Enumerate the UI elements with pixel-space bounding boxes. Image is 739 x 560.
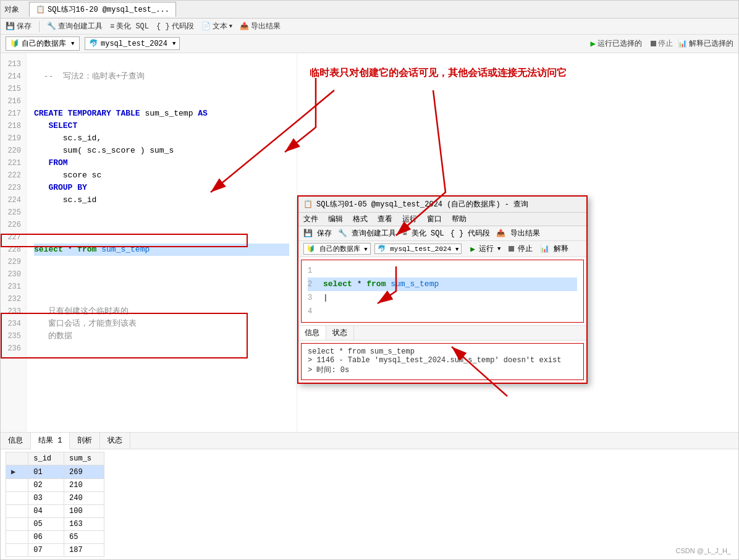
text-button[interactable]: 📄 文本 ▼ <box>201 21 232 32</box>
arrow-top <box>297 72 347 146</box>
table-row[interactable]: 02 210 <box>6 479 104 492</box>
popup-export-button[interactable]: 📤 导出结果 <box>496 228 539 239</box>
popup-save-button[interactable]: 💾 保存 <box>303 228 332 239</box>
query-builder-button[interactable]: 🔧 查询创建工具 <box>47 21 103 32</box>
db-icon: 🔰 <box>10 39 19 48</box>
result-table: s_id sum_s ▶ 01 269 02 210 <box>6 452 104 557</box>
col-sum-s: sum_s <box>64 452 104 465</box>
cell-s-id-4: 04 <box>28 505 64 518</box>
col-s-id: s_id <box>28 452 64 465</box>
col-marker <box>6 452 28 465</box>
play-icon: ▶ <box>591 38 596 49</box>
export-button[interactable]: 📤 导出结果 <box>240 21 281 32</box>
menu-format[interactable]: 格式 <box>353 214 368 224</box>
main-toolbar: 💾 保存 🔧 查询创建工具 ≡ 美化 SQL { } 代码段 📄 文本 ▼ 📤 … <box>1 19 738 35</box>
menu-file[interactable]: 文件 <box>303 214 318 224</box>
menu-run[interactable]: 运行 <box>402 214 417 224</box>
run-selected-button[interactable]: ▶ 运行已选择的 <box>587 37 646 50</box>
table-row[interactable]: 06 65 <box>6 531 104 544</box>
top-annotation: 临时表只对创建它的会话可见，其他会话或连接无法访问它 <box>310 67 567 80</box>
row-marker-7 <box>6 544 28 557</box>
table-row[interactable]: 05 163 <box>6 518 104 531</box>
menu-window[interactable]: 窗口 <box>427 214 442 224</box>
code-line-218: SELECT <box>34 120 289 132</box>
beautify-button[interactable]: ≡ 美化 SQL <box>110 21 149 32</box>
popup-run-dropdown-icon[interactable]: ▼ <box>497 246 500 252</box>
table-row[interactable]: 04 100 <box>6 505 104 518</box>
main-window: 对象 📋 SQL练习16-20 @mysql_test_... 💾 保存 🔧 查… <box>0 0 739 560</box>
table-row[interactable]: ▶ 01 269 <box>6 465 104 479</box>
cell-sum-s-1: 269 <box>64 465 104 479</box>
code-line-232 <box>34 293 289 305</box>
bottom-panel: 信息 结果 1 剖析 状态 s_id sum_s ▶ 01 26 <box>1 432 738 559</box>
tab-status[interactable]: 状态 <box>100 433 130 449</box>
my-db-selector[interactable]: 🔰 自己的数据库 ▼ <box>6 36 80 51</box>
cell-sum-s-4: 100 <box>64 505 104 518</box>
table-row[interactable]: 03 240 <box>6 492 104 505</box>
popup-line-1: 1 <box>308 264 577 278</box>
cell-sum-s-6: 65 <box>64 531 104 544</box>
popup-tab-info[interactable]: 信息 <box>298 326 326 340</box>
tab-info[interactable]: 信息 <box>1 433 31 449</box>
popup-toolbar: 💾 保存 🔧 查询创建工具 ≡ 美化 SQL { } 代码段 📤 导出结果 <box>298 226 586 241</box>
code-line-228: select * from sum_s_temp <box>34 244 289 256</box>
popup-explain-button[interactable]: 📊 解释 <box>540 244 568 254</box>
popup-bottom-tabs: 信息 状态 <box>298 325 586 341</box>
code-snippet-icon: { } <box>156 22 170 31</box>
popup-mysql-icon2: 🐬 <box>378 245 386 253</box>
code-line-236 <box>34 342 289 355</box>
code-line-220: sum( sc.s_score ) sum_s <box>34 145 289 157</box>
popup-db-dropdown-icon: ▼ <box>364 247 367 253</box>
tab-result1[interactable]: 结果 1 <box>31 433 70 449</box>
cell-s-id-3: 03 <box>28 492 64 505</box>
popup-my-db-selector[interactable]: 🔰 自己的数据库 ▼ <box>303 243 371 255</box>
menu-view[interactable]: 查看 <box>378 214 392 224</box>
cell-s-id-5: 05 <box>28 518 64 531</box>
popup-tab-status[interactable]: 状态 <box>326 326 354 340</box>
query-builder-icon: 🔧 <box>47 22 56 31</box>
popup-result: select * from sum_s_temp > 1146 - Table … <box>301 343 584 380</box>
code-line-234: 窗口会话，才能查到该表 <box>34 318 289 330</box>
stop-button[interactable]: 停止 <box>651 38 673 49</box>
menu-edit[interactable]: 编辑 <box>328 214 343 224</box>
watermark: CSDN @_L_J_H_ <box>676 547 731 554</box>
popup-stop-icon <box>509 246 514 252</box>
popup-mysql-selector[interactable]: 🐬 mysql_test_2024 ▼ <box>374 244 462 254</box>
popup-beautify-button[interactable]: ≡ 美化 SQL <box>402 228 444 239</box>
row-marker-1: ▶ <box>6 465 28 479</box>
popup-line-3: 3 | <box>308 291 577 305</box>
tab-label: SQL练习16-20 @mysql_test_... <box>48 4 169 15</box>
popup-editor[interactable]: 1 2 select * from sum_s_temp 3 | 4 <box>301 260 584 323</box>
tab-profiling[interactable]: 剖析 <box>70 433 100 449</box>
code-line-215 <box>34 83 289 95</box>
cell-sum-s-2: 210 <box>64 479 104 492</box>
code-line-230 <box>34 268 289 281</box>
title-bar: 对象 📋 SQL练习16-20 @mysql_test_... <box>1 1 738 19</box>
main-tab[interactable]: 📋 SQL练习16-20 @mysql_test_... <box>29 2 176 17</box>
mysql-db-selector[interactable]: 🐬 mysql_test_2024 ▼ <box>85 37 180 50</box>
cell-sum-s-5: 163 <box>64 518 104 531</box>
code-content[interactable]: -- 写法2：临时表+子查询 CREATE TEMPORARY TABLE su… <box>27 53 297 432</box>
code-snippet-button[interactable]: { } 代码段 <box>156 21 194 32</box>
content-area: 213 214 215 216 217 218 219 220 221 222 … <box>1 53 738 432</box>
mysql-dropdown-icon: ▼ <box>172 41 175 47</box>
code-line-225 <box>34 206 289 219</box>
popup-title: SQL练习01-05 @mysql_test_2024 (自己的数据库) - 查… <box>316 199 528 210</box>
table-row[interactable]: 07 187 <box>6 544 104 557</box>
line-numbers: 213 214 215 216 217 218 219 220 221 222 … <box>1 53 27 432</box>
popup-stop-button[interactable]: 停止 <box>518 244 533 254</box>
popup-query-builder-button[interactable]: 🔧 查询创建工具 <box>338 228 396 239</box>
row-marker-6 <box>6 531 28 544</box>
save-icon: 💾 <box>6 22 15 31</box>
popup-code-snippet-button[interactable]: { } 代码段 <box>450 228 491 239</box>
popup-run-button[interactable]: 运行 <box>479 244 494 254</box>
code-editor[interactable]: 213 214 215 216 217 218 219 220 221 222 … <box>1 53 297 432</box>
code-line-216 <box>34 95 289 108</box>
popup-result-line-3: > 时间: 0s <box>308 365 577 375</box>
mysql-icon: 🐬 <box>89 39 98 48</box>
menu-help[interactable]: 帮助 <box>452 214 467 224</box>
explain-button[interactable]: 📊 解释已选择的 <box>678 38 733 49</box>
export-icon: 📤 <box>240 22 249 31</box>
popup-db-icon2: 🔰 <box>306 245 315 253</box>
save-button[interactable]: 💾 保存 <box>6 21 32 32</box>
